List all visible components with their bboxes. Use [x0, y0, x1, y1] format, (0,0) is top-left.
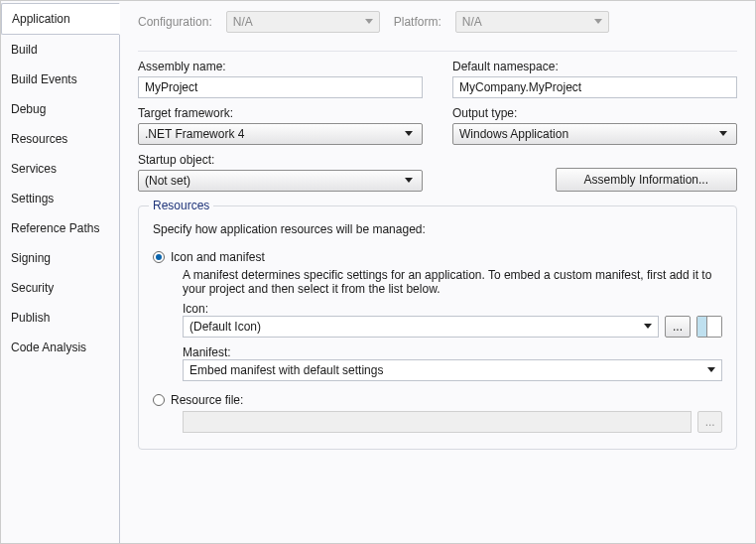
tab-services[interactable]: Services: [1, 154, 120, 184]
radio-icon: [153, 251, 165, 263]
sidebar: Application Build Build Events Debug Res…: [1, 1, 120, 543]
default-namespace-input[interactable]: MyCompany.MyProject: [452, 76, 737, 98]
chevron-down-icon: [365, 19, 373, 25]
manifest-value: Embed manifest with default settings: [189, 363, 383, 377]
assembly-information-button[interactable]: Assembly Information...: [556, 168, 737, 192]
tab-code-analysis[interactable]: Code Analysis: [1, 333, 120, 362]
chevron-down-icon: [594, 19, 602, 25]
icon-label: Icon:: [183, 302, 208, 316]
tab-security[interactable]: Security: [1, 273, 120, 303]
resources-description: Specify how application resources will b…: [153, 222, 722, 236]
tab-debug[interactable]: Debug: [1, 94, 120, 124]
startup-object-value: (Not set): [145, 174, 190, 188]
startup-object-combo[interactable]: (Not set): [138, 170, 423, 192]
project-properties-window: Application Build Build Events Debug Res…: [0, 0, 756, 544]
tab-resources[interactable]: Resources: [1, 124, 120, 154]
resource-file-input: [183, 411, 692, 433]
config-platform-row: Configuration: N/A Platform: N/A: [138, 11, 737, 33]
resource-file-browse-button: ...: [697, 411, 722, 433]
icon-and-manifest-desc: A manifest determines specific settings …: [183, 268, 722, 296]
icon-combo[interactable]: (Default Icon): [183, 316, 659, 338]
tab-reference-paths[interactable]: Reference Paths: [1, 213, 120, 243]
target-framework-label: Target framework:: [138, 106, 423, 120]
icon-and-manifest-radio[interactable]: Icon and manifest: [153, 250, 722, 264]
platform-label: Platform:: [394, 15, 441, 29]
sidebar-filler: [1, 362, 120, 543]
tab-application[interactable]: Application: [1, 3, 120, 35]
chevron-down-icon: [707, 367, 715, 373]
icon-and-manifest-label: Icon and manifest: [171, 250, 265, 264]
startup-object-label: Startup object:: [138, 153, 423, 167]
configuration-value: N/A: [233, 15, 253, 29]
divider: [138, 51, 737, 52]
platform-combo: N/A: [455, 11, 609, 33]
tab-publish[interactable]: Publish: [1, 303, 120, 333]
chevron-down-icon: [402, 174, 416, 188]
default-namespace-value: MyCompany.MyProject: [459, 80, 581, 94]
application-panel: Configuration: N/A Platform: N/A Assembl…: [120, 1, 755, 543]
platform-value: N/A: [462, 15, 482, 29]
assembly-name-value: MyProject: [145, 80, 197, 94]
manifest-combo[interactable]: Embed manifest with default settings: [183, 359, 722, 381]
default-namespace-label: Default namespace:: [452, 60, 737, 73]
output-type-value: Windows Application: [459, 127, 568, 141]
assembly-name-input[interactable]: MyProject: [138, 76, 423, 98]
resource-file-label: Resource file:: [171, 393, 243, 407]
output-type-combo[interactable]: Windows Application: [452, 123, 737, 145]
chevron-down-icon: [644, 324, 652, 330]
radio-icon: [153, 394, 165, 406]
configuration-combo: N/A: [226, 11, 380, 33]
tab-build[interactable]: Build: [1, 35, 120, 65]
assembly-name-label: Assembly name:: [138, 60, 423, 73]
tab-build-events[interactable]: Build Events: [1, 65, 120, 94]
configuration-label: Configuration:: [138, 15, 212, 29]
target-framework-value: .NET Framework 4: [145, 127, 244, 141]
resource-file-radio[interactable]: Resource file:: [153, 393, 722, 407]
output-type-label: Output type:: [452, 106, 737, 120]
icon-value: (Default Icon): [189, 320, 261, 334]
target-framework-combo[interactable]: .NET Framework 4: [138, 123, 423, 145]
resources-group-title: Resources: [149, 199, 213, 212]
resources-group: Resources Specify how application resour…: [138, 205, 737, 450]
icon-browse-button[interactable]: ...: [665, 316, 691, 338]
chevron-down-icon: [402, 127, 416, 141]
tab-signing[interactable]: Signing: [1, 243, 120, 273]
manifest-label: Manifest:: [183, 345, 231, 359]
chevron-down-icon: [716, 127, 730, 141]
icon-preview: [696, 316, 722, 338]
tab-settings[interactable]: Settings: [1, 184, 120, 213]
